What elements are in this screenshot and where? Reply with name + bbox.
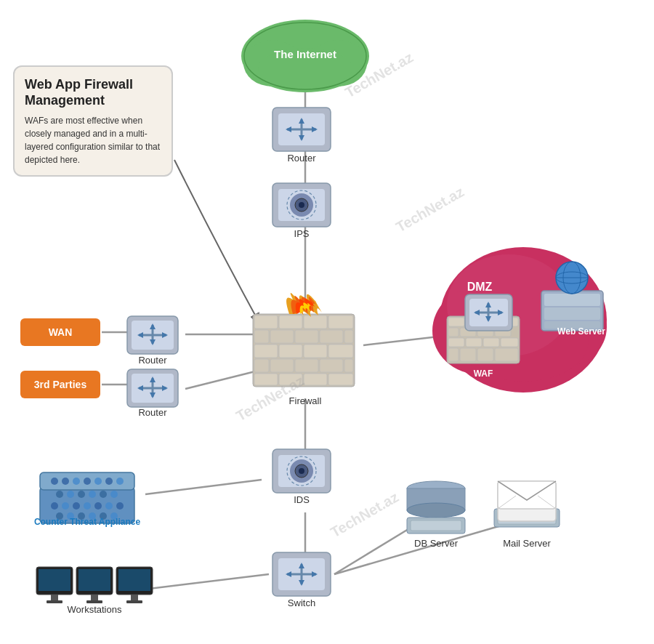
svg-point-98 xyxy=(62,478,69,485)
svg-rect-40 xyxy=(304,315,327,329)
svg-rect-41 xyxy=(328,315,353,329)
svg-rect-38 xyxy=(254,315,278,329)
svg-point-107 xyxy=(89,491,96,498)
svg-rect-174 xyxy=(448,338,464,347)
svg-text:Router: Router xyxy=(138,407,167,418)
svg-point-109 xyxy=(110,491,118,498)
svg-rect-157 xyxy=(544,294,600,306)
svg-rect-181 xyxy=(495,348,518,361)
svg-text:Counter Threat Appliance: Counter Threat Appliance xyxy=(34,517,141,527)
ips-icon xyxy=(272,183,331,227)
svg-point-106 xyxy=(78,491,85,498)
svg-point-139 xyxy=(407,503,465,518)
svg-rect-43 xyxy=(270,330,294,343)
svg-text:IPS: IPS xyxy=(294,228,310,239)
svg-text:DMZ: DMZ xyxy=(467,281,493,293)
svg-point-108 xyxy=(100,491,107,498)
svg-text:Switch: Switch xyxy=(288,597,315,608)
svg-rect-56 xyxy=(254,374,278,385)
svg-point-102 xyxy=(105,478,113,485)
svg-rect-130 xyxy=(91,595,98,600)
svg-rect-51 xyxy=(254,359,269,372)
svg-point-34 xyxy=(299,202,304,208)
svg-rect-53 xyxy=(295,359,318,372)
svg-point-105 xyxy=(67,491,74,498)
svg-rect-134 xyxy=(131,595,138,600)
svg-point-103 xyxy=(116,478,124,485)
db-server-icon xyxy=(407,481,465,534)
svg-line-4 xyxy=(185,371,258,389)
ids-icon xyxy=(272,449,331,493)
svg-rect-47 xyxy=(254,345,278,358)
svg-rect-179 xyxy=(460,348,476,361)
svg-rect-58 xyxy=(304,374,327,385)
svg-line-11 xyxy=(149,574,269,589)
svg-rect-39 xyxy=(279,315,302,329)
switch-icon xyxy=(272,552,331,596)
svg-rect-45 xyxy=(320,330,343,343)
svg-rect-170 xyxy=(448,328,459,337)
svg-text:WAF: WAF xyxy=(474,369,493,379)
svg-rect-127 xyxy=(47,600,62,603)
svg-rect-146 xyxy=(498,481,556,509)
internet-cloud: The Internet xyxy=(241,20,369,92)
svg-rect-54 xyxy=(320,359,343,372)
svg-rect-46 xyxy=(344,330,353,343)
mail-server-icon xyxy=(494,481,560,527)
svg-rect-50 xyxy=(328,345,353,358)
svg-rect-42 xyxy=(254,330,269,343)
svg-point-115 xyxy=(105,502,113,510)
svg-rect-44 xyxy=(295,330,318,343)
svg-point-112 xyxy=(73,502,80,510)
svg-rect-48 xyxy=(279,345,302,358)
svg-point-113 xyxy=(84,502,91,510)
svg-text:TechNet.az: TechNet.az xyxy=(393,183,467,235)
svg-text:TechNet.az: TechNet.az xyxy=(328,488,401,540)
svg-point-100 xyxy=(84,478,91,485)
svg-point-83 xyxy=(299,468,304,474)
svg-rect-177 xyxy=(501,338,518,347)
svg-line-9 xyxy=(145,480,262,494)
svg-rect-126 xyxy=(51,595,58,600)
svg-rect-175 xyxy=(466,338,482,347)
svg-text:Web Server: Web Server xyxy=(557,326,605,337)
svg-rect-180 xyxy=(477,348,493,361)
svg-rect-55 xyxy=(344,359,353,372)
svg-rect-59 xyxy=(328,374,353,385)
cta-icon xyxy=(40,472,134,523)
svg-point-114 xyxy=(94,502,102,510)
svg-rect-158 xyxy=(544,307,600,320)
dmz-cloud: DMZ Web Server xyxy=(432,247,607,393)
svg-text:DB Server: DB Server xyxy=(414,538,459,549)
svg-rect-133 xyxy=(118,569,150,591)
workstations-icon xyxy=(36,567,153,603)
router-top-icon xyxy=(272,108,331,151)
svg-rect-141 xyxy=(411,520,461,531)
firewall-icon xyxy=(253,293,355,387)
svg-rect-176 xyxy=(483,338,499,347)
wan-router-icon xyxy=(127,316,178,354)
svg-text:Mail Server: Mail Server xyxy=(503,538,551,549)
svg-rect-166 xyxy=(448,318,464,326)
svg-text:IDS: IDS xyxy=(294,494,310,505)
svg-text:Router: Router xyxy=(138,355,167,366)
svg-text:The Internet: The Internet xyxy=(274,48,336,60)
svg-text:Router: Router xyxy=(287,153,316,164)
svg-rect-178 xyxy=(448,348,459,361)
svg-point-101 xyxy=(94,478,102,485)
svg-rect-125 xyxy=(39,569,70,591)
svg-point-116 xyxy=(116,502,124,510)
svg-text:Firewall: Firewall xyxy=(289,395,322,406)
parties-router-icon xyxy=(127,369,178,407)
svg-rect-129 xyxy=(78,569,110,591)
svg-point-104 xyxy=(56,491,63,498)
diagram-svg: The Internet Router IPS xyxy=(0,0,654,644)
svg-rect-135 xyxy=(126,600,142,603)
svg-rect-131 xyxy=(86,600,102,603)
svg-point-99 xyxy=(73,478,80,485)
svg-text:Workstations: Workstations xyxy=(68,604,122,615)
svg-point-111 xyxy=(62,502,69,510)
svg-point-97 xyxy=(51,478,58,485)
svg-point-110 xyxy=(51,502,58,510)
svg-rect-52 xyxy=(270,359,294,372)
